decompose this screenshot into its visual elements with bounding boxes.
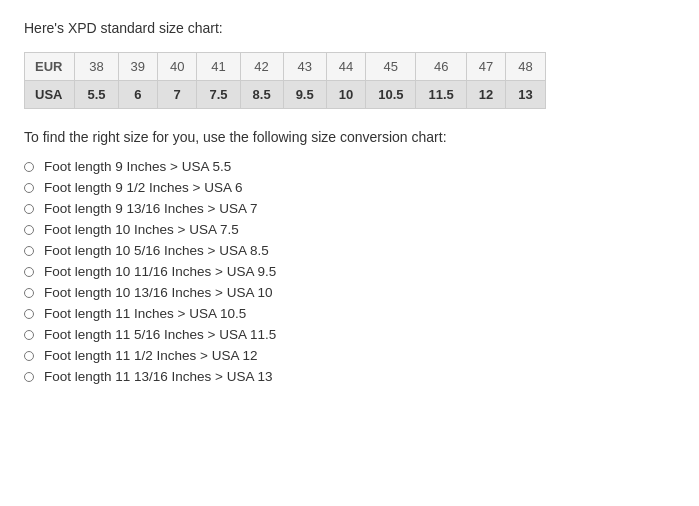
eur-size-cell: 44 <box>326 53 365 81</box>
list-item: Foot length 10 13/16 Inches > USA 10 <box>24 285 675 300</box>
list-item: Foot length 11 5/16 Inches > USA 11.5 <box>24 327 675 342</box>
list-item: Foot length 9 13/16 Inches > USA 7 <box>24 201 675 216</box>
list-item: Foot length 9 Inches > USA 5.5 <box>24 159 675 174</box>
list-item-text: Foot length 10 5/16 Inches > USA 8.5 <box>44 243 269 258</box>
circle-icon <box>24 351 34 361</box>
list-item: Foot length 10 11/16 Inches > USA 9.5 <box>24 264 675 279</box>
list-item: Foot length 10 5/16 Inches > USA 8.5 <box>24 243 675 258</box>
usa-size-cell: 7 <box>158 81 197 109</box>
usa-size-cell: 8.5 <box>240 81 283 109</box>
usa-size-cell: 10.5 <box>366 81 416 109</box>
eur-size-cell: 42 <box>240 53 283 81</box>
usa-size-cell: 13 <box>506 81 545 109</box>
list-item: Foot length 11 1/2 Inches > USA 12 <box>24 348 675 363</box>
size-chart-table: EUR3839404142434445464748USA5.5677.58.59… <box>24 52 546 109</box>
circle-icon <box>24 225 34 235</box>
usa-size-cell: 5.5 <box>75 81 118 109</box>
eur-label: EUR <box>25 53 75 81</box>
eur-size-cell: 40 <box>158 53 197 81</box>
eur-size-cell: 48 <box>506 53 545 81</box>
eur-size-cell: 47 <box>466 53 505 81</box>
list-item-text: Foot length 11 13/16 Inches > USA 13 <box>44 369 273 384</box>
list-item-text: Foot length 11 Inches > USA 10.5 <box>44 306 246 321</box>
list-item: Foot length 9 1/2 Inches > USA 6 <box>24 180 675 195</box>
list-item-text: Foot length 9 1/2 Inches > USA 6 <box>44 180 243 195</box>
circle-icon <box>24 246 34 256</box>
circle-icon <box>24 267 34 277</box>
circle-icon <box>24 372 34 382</box>
list-item-text: Foot length 10 Inches > USA 7.5 <box>44 222 239 237</box>
usa-size-cell: 9.5 <box>283 81 326 109</box>
eur-size-cell: 39 <box>118 53 157 81</box>
list-item: Foot length 11 Inches > USA 10.5 <box>24 306 675 321</box>
eur-size-cell: 45 <box>366 53 416 81</box>
usa-size-cell: 6 <box>118 81 157 109</box>
eur-size-cell: 43 <box>283 53 326 81</box>
circle-icon <box>24 288 34 298</box>
list-item-text: Foot length 11 1/2 Inches > USA 12 <box>44 348 258 363</box>
list-item-text: Foot length 10 13/16 Inches > USA 10 <box>44 285 273 300</box>
usa-size-cell: 11.5 <box>416 81 466 109</box>
circle-icon <box>24 330 34 340</box>
usa-size-cell: 12 <box>466 81 505 109</box>
intro-text: Here's XPD standard size chart: <box>24 20 675 36</box>
eur-size-cell: 41 <box>197 53 240 81</box>
circle-icon <box>24 309 34 319</box>
eur-size-cell: 38 <box>75 53 118 81</box>
conversion-list: Foot length 9 Inches > USA 5.5Foot lengt… <box>24 159 675 384</box>
conversion-intro: To find the right size for you, use the … <box>24 129 675 145</box>
list-item-text: Foot length 10 11/16 Inches > USA 9.5 <box>44 264 276 279</box>
list-item: Foot length 10 Inches > USA 7.5 <box>24 222 675 237</box>
list-item-text: Foot length 9 Inches > USA 5.5 <box>44 159 231 174</box>
usa-label: USA <box>25 81 75 109</box>
eur-size-cell: 46 <box>416 53 466 81</box>
circle-icon <box>24 183 34 193</box>
list-item-text: Foot length 9 13/16 Inches > USA 7 <box>44 201 258 216</box>
usa-size-cell: 10 <box>326 81 365 109</box>
circle-icon <box>24 162 34 172</box>
list-item: Foot length 11 13/16 Inches > USA 13 <box>24 369 675 384</box>
list-item-text: Foot length 11 5/16 Inches > USA 11.5 <box>44 327 276 342</box>
usa-size-cell: 7.5 <box>197 81 240 109</box>
circle-icon <box>24 204 34 214</box>
